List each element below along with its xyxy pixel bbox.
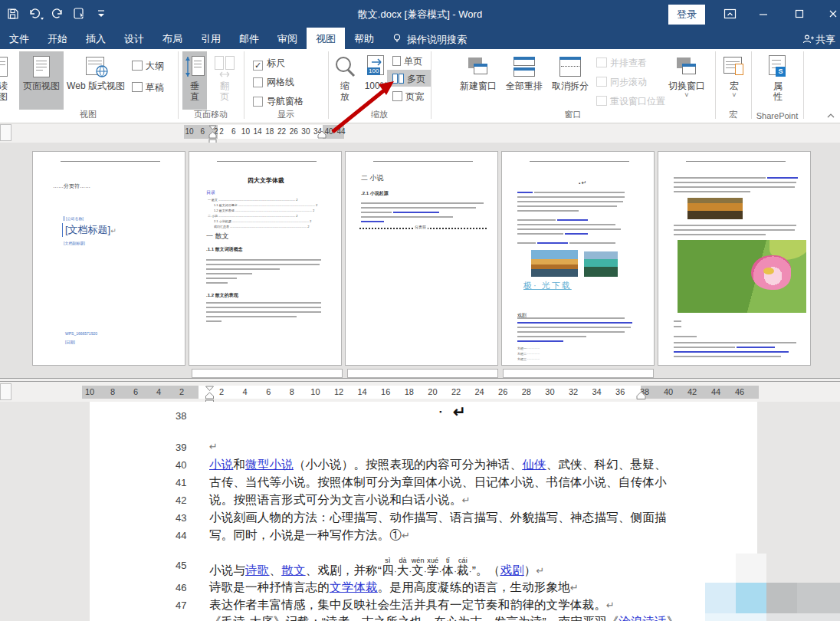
redo-icon[interactable] bbox=[51, 7, 64, 21]
gridlines-checkbox[interactable]: 网格线 bbox=[253, 76, 294, 89]
hyperlink[interactable]: 小说 bbox=[209, 458, 233, 471]
undo-icon[interactable] bbox=[28, 7, 44, 21]
new-window-button[interactable]: 新建窗口 bbox=[457, 51, 500, 110]
document-text-line[interactable]: ↵ bbox=[209, 439, 218, 453]
properties-icon: S bbox=[766, 54, 790, 79]
nav-pane-checkbox[interactable]: 导航窗格 bbox=[253, 95, 304, 108]
hyperlink[interactable]: 戏剧 bbox=[500, 564, 523, 577]
ruler-number: 42 bbox=[687, 387, 697, 396]
tab-布局[interactable]: 布局 bbox=[153, 28, 192, 49]
page-thumbnail-4[interactable]: ▪ ↵ 极· 光下载 戏剧 方框一·············方框二·······… bbox=[501, 151, 655, 366]
arrange-all-button[interactable]: 全部重排 bbox=[503, 51, 546, 110]
document-text-line[interactable]: 《毛诗·大序》记载：“诗者，志之所之也。在心为志，发言为诗”。南宋严羽《沧浪诗话… bbox=[209, 614, 679, 621]
page-thumbnail-5[interactable] bbox=[658, 151, 811, 366]
ruler-number: 2 bbox=[219, 387, 224, 396]
tab-视图[interactable]: 视图 bbox=[307, 28, 345, 49]
ruler-number: 26 bbox=[498, 387, 507, 396]
login-button[interactable]: 登录 bbox=[668, 5, 705, 25]
right-indent-marker-top[interactable] bbox=[317, 130, 327, 140]
ruler-number: 30 bbox=[301, 127, 310, 136]
sync-scroll-button[interactable]: 同步滚动 bbox=[596, 76, 647, 89]
maximize-button[interactable] bbox=[793, 8, 806, 20]
hyperlink[interactable]: 诗歌 bbox=[245, 564, 269, 577]
properties-button[interactable]: S 属性 bbox=[763, 51, 792, 110]
page-thumbnail-7[interactable] bbox=[347, 369, 498, 378]
view-side-by-side-button[interactable]: 并排查看 bbox=[596, 57, 647, 70]
arrange-all-icon bbox=[512, 54, 536, 79]
tab-selector-top[interactable] bbox=[0, 124, 11, 141]
customize-qat-icon[interactable] bbox=[97, 8, 106, 19]
document-text-line[interactable]: 表达作者丰富情感，集中反映社会生活并具有一定节奏和韵律的文学体裁。↵ bbox=[209, 597, 615, 613]
hyperlink[interactable]: 沧浪诗话 bbox=[619, 615, 667, 621]
document-text-line[interactable]: 古传、当代等小说。按照体制可分为章回体小说、日记体小说、书信体小说、自传体小 bbox=[209, 475, 667, 491]
print-layout-button[interactable]: 页面视图 bbox=[19, 51, 64, 110]
vertical-button[interactable]: 垂直 bbox=[182, 51, 207, 110]
thumb-text-line bbox=[517, 210, 579, 212]
hyperlink[interactable]: 微型小说 bbox=[245, 458, 294, 471]
thumb-text-line bbox=[674, 229, 795, 231]
document-page[interactable]: ▪ ↵ 3839↵40小说和微型小说（小小说）。按照表现的内容可分为神话、仙侠、… bbox=[90, 402, 757, 621]
draft-view-button[interactable]: 草稿 bbox=[132, 81, 164, 94]
reading-view-button[interactable]: 阅读视图 bbox=[0, 51, 18, 110]
thumb-text-line bbox=[206, 302, 321, 304]
ruler-number: 2 bbox=[219, 127, 224, 136]
zoom-100-icon: 100 bbox=[364, 54, 389, 79]
ruler-number: 44 bbox=[336, 127, 345, 136]
page-width-button[interactable]: 页宽 bbox=[392, 90, 424, 104]
right-indent-marker-bottom[interactable] bbox=[635, 391, 647, 400]
thumb-text-line bbox=[517, 322, 632, 324]
side-to-side-button[interactable]: 翻页 bbox=[210, 51, 239, 110]
touch-mode-icon[interactable] bbox=[72, 6, 87, 21]
document-text-line[interactable]: 小说与诗歌、散文、戏剧，并称“四sì·大dà·文wén·学xué·体tǐ·裁cá… bbox=[209, 557, 545, 579]
document-text-line[interactable]: 小说刻画人物的方法：心理描写、动作描写、语言描写、外貌描写、神态描写、侧面描 bbox=[209, 510, 667, 526]
thumb-text-line bbox=[674, 186, 795, 188]
tab-引用[interactable]: 引用 bbox=[192, 28, 230, 49]
document-text-line[interactable]: 写。同时，小说是一种写作方法。①↵ bbox=[209, 527, 410, 544]
outline-view-button[interactable]: 大纲 bbox=[132, 60, 164, 73]
ruler-number: 16 bbox=[381, 387, 390, 396]
page-thumbnail-3[interactable]: 二 小说 .2.1 小说起源 分页符 bbox=[345, 151, 498, 366]
one-page-button[interactable]: 单页 bbox=[392, 55, 422, 68]
document-text-line[interactable]: 小说和微型小说（小小说）。按照表现的内容可分为神话、仙侠、武侠、科幻、悬疑、 bbox=[209, 457, 667, 473]
tab-插入[interactable]: 插入 bbox=[77, 28, 115, 49]
hyperlink[interactable]: 仙侠 bbox=[522, 458, 546, 471]
document-text-line[interactable]: 说。按照语言形式可分为文言小说和白话小说。↵ bbox=[209, 492, 471, 508]
web-layout-button[interactable]: Web 版式视图 bbox=[66, 51, 126, 110]
save-icon[interactable] bbox=[6, 7, 20, 21]
thumb-box-row: 方框一············· bbox=[517, 347, 540, 350]
ruler-checkbox[interactable]: ✓标尺 bbox=[253, 57, 285, 71]
tab-开始[interactable]: 开始 bbox=[38, 28, 77, 49]
hyperlink[interactable]: 文学体裁 bbox=[330, 580, 378, 593]
tab-帮助[interactable]: 帮助 bbox=[345, 28, 383, 49]
tab-selector-bottom[interactable] bbox=[0, 383, 11, 400]
page-thumbnail-8[interactable] bbox=[503, 369, 654, 378]
macros-button[interactable]: 宏 ˅ bbox=[719, 51, 750, 110]
document-text-line[interactable]: 诗歌是一种抒情言志的文学体裁。是用高度凝练的语言，生动形象地↵ bbox=[209, 580, 579, 596]
reset-window-position-button[interactable]: 重设窗口位置 bbox=[596, 95, 665, 108]
thumb-text-line bbox=[517, 219, 556, 221]
ruler-number: 24 bbox=[474, 387, 484, 396]
close-button[interactable] bbox=[827, 8, 839, 20]
zoom-button[interactable]: 缩放 bbox=[331, 51, 359, 110]
tab-审阅[interactable]: 审阅 bbox=[268, 28, 307, 49]
tell-me-search[interactable]: 操作说明搜索 bbox=[407, 33, 467, 47]
collapse-ribbon-icon[interactable] bbox=[826, 112, 835, 120]
switch-windows-button[interactable]: 切换窗口 ˅ bbox=[661, 51, 713, 110]
minimize-button[interactable] bbox=[757, 8, 769, 20]
share-button[interactable]: 共享 bbox=[815, 33, 835, 47]
horizontal-ruler-bottom[interactable]: 1086422468101214161820222426283032343638… bbox=[82, 386, 759, 399]
ruler-number: 20 bbox=[428, 387, 437, 396]
tab-设计[interactable]: 设计 bbox=[115, 28, 153, 49]
tab-邮件[interactable]: 邮件 bbox=[230, 28, 268, 49]
tab-文件[interactable]: 文件 bbox=[0, 28, 38, 49]
remove-split-button[interactable]: 取消拆分 bbox=[549, 51, 592, 110]
page-thumbnail-2[interactable]: 四大文学体裁 目录 一 散文 .........................… bbox=[189, 151, 342, 366]
page-thumbnail-6[interactable] bbox=[192, 369, 343, 378]
ribbon-display-options-icon[interactable] bbox=[724, 8, 737, 20]
page-thumbnail-1[interactable]: ……分页符…… [公司名称] [文档标题]↵ [文档副标题] WPS_16665… bbox=[32, 151, 185, 366]
reading-view-icon bbox=[0, 54, 11, 79]
thumb-text-line bbox=[674, 177, 766, 179]
hyperlink[interactable]: 散文 bbox=[281, 564, 305, 577]
toc-entry: 1.2 散文的表现 ..............................… bbox=[214, 209, 327, 212]
multiple-pages-button[interactable]: 多页 bbox=[387, 70, 431, 87]
